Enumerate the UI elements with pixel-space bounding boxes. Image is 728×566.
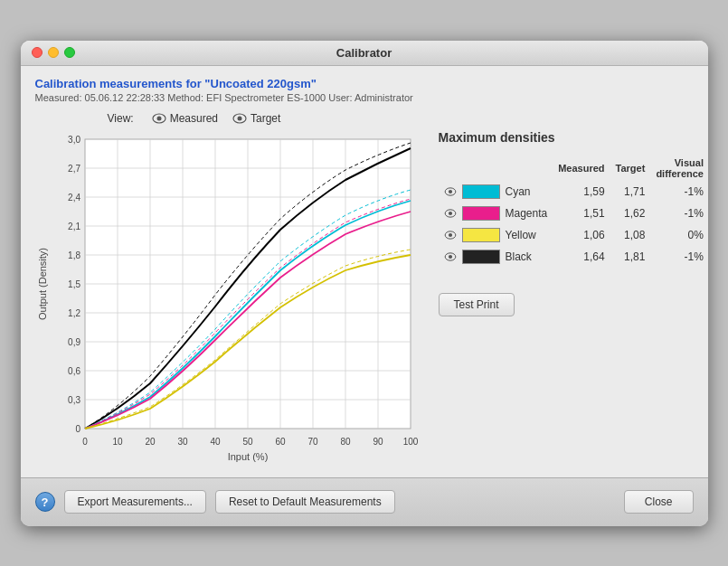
minimize-traffic-light[interactable] [48,47,59,58]
densities-row-black: Black 1,641,81-1% [439,246,708,268]
svg-text:40: 40 [210,437,221,447]
svg-text:0,6: 0,6 [68,366,80,376]
svg-text:0,9: 0,9 [68,337,80,347]
color-swatch [462,206,500,221]
reset-button[interactable]: Reset to Default Measurements [215,490,395,514]
svg-text:50: 50 [242,437,253,447]
visual-diff: -1% [650,246,707,268]
view-measured-item[interactable]: Measured [152,112,218,125]
svg-text:2,7: 2,7 [68,164,80,174]
eye-target-icon [232,113,247,124]
svg-text:2,4: 2,4 [68,193,80,203]
svg-text:80: 80 [340,437,351,447]
color-swatch [462,184,500,199]
eye-measured-icon [152,113,166,124]
svg-point-3 [238,116,242,120]
test-print-container: Test Print [439,282,708,316]
color-name: Cyan [506,185,531,198]
view-measured-label: Measured [170,112,218,125]
view-target-item[interactable]: Target [232,112,280,125]
col-visual-header: Visual difference [650,156,707,181]
densities-row-yellow: Yellow 1,061,080% [439,224,708,246]
densities-area: Maximum densities Measured Target Visual… [439,130,708,468]
color-swatch [462,250,500,264]
svg-text:30: 30 [177,437,188,447]
export-button[interactable]: Export Measurements... [64,490,206,514]
calibration-subtitle: Measured: 05.06.12 22:28:33 Method: EFI … [35,92,694,103]
visual-diff: -1% [650,203,707,224]
content-area: Calibration measurements for "Uncoated 2… [21,66,708,468]
svg-point-1 [156,116,161,120]
traffic-lights [32,47,75,58]
measured-value: 1,64 [553,246,610,268]
svg-point-48 [448,189,451,193]
measured-value: 1,06 [553,224,610,246]
view-label: View: [108,112,134,125]
window-title: Calibrator [336,46,392,60]
measured-value: 1,51 [553,203,610,224]
svg-text:1,8: 1,8 [68,250,80,260]
main-window: Calibrator Calibration measurements for … [21,41,708,526]
svg-text:10: 10 [112,437,123,447]
svg-text:20: 20 [145,437,156,447]
svg-point-54 [448,254,451,258]
svg-text:Output (Density): Output (Density) [37,247,48,319]
color-name: Yellow [506,229,536,241]
calibration-title: Calibration measurements for "Uncoated 2… [35,77,694,90]
eye-row-icon [444,209,457,218]
titlebar: Calibrator [21,41,708,66]
chart-area: 0 0,3 0,6 0,9 1,2 1,5 1,8 2,1 2,4 2,7 3,… [35,130,424,468]
densities-title: Maximum densities [439,130,708,145]
col-target-header: Target [610,156,651,181]
svg-text:100: 100 [402,437,418,447]
densities-row-cyan: Cyan 1,591,71-1% [439,181,708,203]
svg-text:3,0: 3,0 [68,135,80,145]
color-name: Black [506,250,532,263]
close-traffic-light[interactable] [32,47,43,58]
svg-text:Input (%): Input (%) [227,451,268,462]
svg-text:60: 60 [275,437,286,447]
svg-text:0: 0 [82,437,88,447]
svg-text:1,2: 1,2 [68,308,80,318]
eye-row-icon [444,187,457,196]
target-value: 1,71 [610,181,651,203]
color-name: Magenta [506,207,548,220]
main-area: 0 0,3 0,6 0,9 1,2 1,5 1,8 2,1 2,4 2,7 3,… [35,130,694,468]
close-button[interactable]: Close [624,490,694,514]
visual-diff: -1% [650,181,707,203]
view-row: View: Measured Target [35,112,694,125]
densities-color-cell: Yellow [439,224,553,246]
svg-point-50 [448,211,451,214]
col-name-header [439,156,553,181]
test-print-button[interactable]: Test Print [439,293,515,316]
densities-color-cell: Magenta [439,203,553,224]
svg-text:0: 0 [75,424,80,434]
target-value: 1,81 [610,246,651,268]
svg-text:70: 70 [307,437,318,447]
view-target-label: Target [251,112,280,125]
eye-row-icon [444,231,457,240]
chart-svg: 0 0,3 0,6 0,9 1,2 1,5 1,8 2,1 2,4 2,7 3,… [35,130,424,465]
svg-point-52 [448,232,451,236]
maximize-traffic-light[interactable] [64,47,75,58]
svg-text:2,1: 2,1 [68,222,80,231]
color-swatch [462,228,500,242]
densities-header-row: Measured Target Visual difference [439,156,708,181]
svg-text:90: 90 [373,437,383,447]
help-button[interactable]: ? [35,492,55,512]
col-measured-header: Measured [553,156,610,181]
eye-row-icon [444,252,457,261]
svg-text:0,3: 0,3 [68,395,80,405]
bottom-bar: ? Export Measurements... Reset to Defaul… [21,477,708,526]
densities-table: Measured Target Visual difference [439,156,708,268]
densities-color-cell: Black [439,246,553,268]
svg-text:1,5: 1,5 [68,279,80,289]
target-value: 1,62 [610,203,651,224]
densities-row-magenta: Magenta 1,511,62-1% [439,203,708,224]
target-value: 1,08 [610,224,651,246]
measured-value: 1,59 [553,181,610,203]
visual-diff: 0% [650,224,707,246]
densities-color-cell: Cyan [439,181,553,203]
